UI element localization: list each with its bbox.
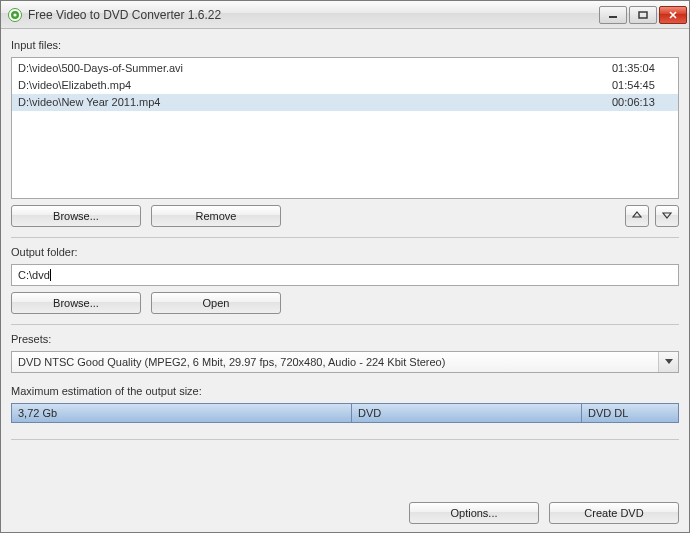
- remove-file-button[interactable]: Remove: [151, 205, 281, 227]
- footer-buttons: Options... Create DVD: [11, 496, 679, 524]
- file-duration: 01:54:45: [602, 78, 672, 93]
- preset-select[interactable]: DVD NTSC Good Quality (MPEG2, 6 Mbit, 29…: [11, 351, 679, 373]
- move-down-button[interactable]: [655, 205, 679, 227]
- preset-select-wrap: DVD NTSC Good Quality (MPEG2, 6 Mbit, 29…: [11, 351, 679, 373]
- svg-rect-3: [609, 16, 617, 18]
- text-cursor: [50, 269, 51, 281]
- window-controls: [599, 6, 687, 24]
- move-up-button[interactable]: [625, 205, 649, 227]
- list-item[interactable]: D:\video\New Year 2011.mp400:06:13: [12, 94, 678, 111]
- preset-selected-value: DVD NTSC Good Quality (MPEG2, 6 Mbit, 29…: [18, 356, 445, 368]
- arrow-down-icon: [662, 210, 672, 222]
- browse-folder-button[interactable]: Browse...: [11, 292, 141, 314]
- estimation-table: 3,72 Gb DVD DVD DL: [11, 403, 679, 423]
- file-duration: 01:35:04: [602, 61, 672, 76]
- estimation-dvd: DVD: [352, 404, 582, 422]
- output-folder-label: Output folder:: [11, 246, 679, 258]
- input-buttons-row: Browse... Remove: [11, 205, 679, 227]
- titlebar: Free Video to DVD Converter 1.6.22: [1, 1, 689, 29]
- create-dvd-button[interactable]: Create DVD: [549, 502, 679, 524]
- separator: [11, 324, 679, 325]
- file-path: D:\video\500-Days-of-Summer.avi: [18, 61, 602, 76]
- browse-files-button[interactable]: Browse...: [11, 205, 141, 227]
- input-files-list[interactable]: D:\video\500-Days-of-Summer.avi01:35:04D…: [11, 57, 679, 199]
- output-buttons-row: Browse... Open: [11, 292, 679, 314]
- client-area: Input files: D:\video\500-Days-of-Summer…: [1, 29, 689, 532]
- app-window: Free Video to DVD Converter 1.6.22 Input…: [0, 0, 690, 533]
- max-est-label: Maximum estimation of the output size:: [11, 385, 679, 397]
- open-folder-button[interactable]: Open: [151, 292, 281, 314]
- output-folder-input[interactable]: C:\dvd: [11, 264, 679, 286]
- minimize-button[interactable]: [599, 6, 627, 24]
- maximize-button[interactable]: [629, 6, 657, 24]
- svg-rect-4: [639, 12, 647, 18]
- options-button[interactable]: Options...: [409, 502, 539, 524]
- output-folder-value: C:\dvd: [18, 269, 50, 281]
- list-item[interactable]: D:\video\Elizabeth.mp401:54:45: [12, 77, 678, 94]
- svg-point-2: [13, 13, 16, 16]
- file-duration: 00:06:13: [602, 95, 672, 110]
- presets-label: Presets:: [11, 333, 679, 345]
- file-path: D:\video\New Year 2011.mp4: [18, 95, 602, 110]
- estimation-size: 3,72 Gb: [12, 404, 352, 422]
- input-files-label: Input files:: [11, 39, 679, 51]
- file-path: D:\video\Elizabeth.mp4: [18, 78, 602, 93]
- arrow-up-icon: [632, 210, 642, 222]
- app-icon: [7, 7, 23, 23]
- reorder-controls: [625, 205, 679, 227]
- list-item[interactable]: D:\video\500-Days-of-Summer.avi01:35:04: [12, 60, 678, 77]
- estimation-dvddl: DVD DL: [582, 404, 678, 422]
- window-title: Free Video to DVD Converter 1.6.22: [28, 8, 599, 22]
- close-button[interactable]: [659, 6, 687, 24]
- separator: [11, 237, 679, 238]
- separator: [11, 439, 679, 440]
